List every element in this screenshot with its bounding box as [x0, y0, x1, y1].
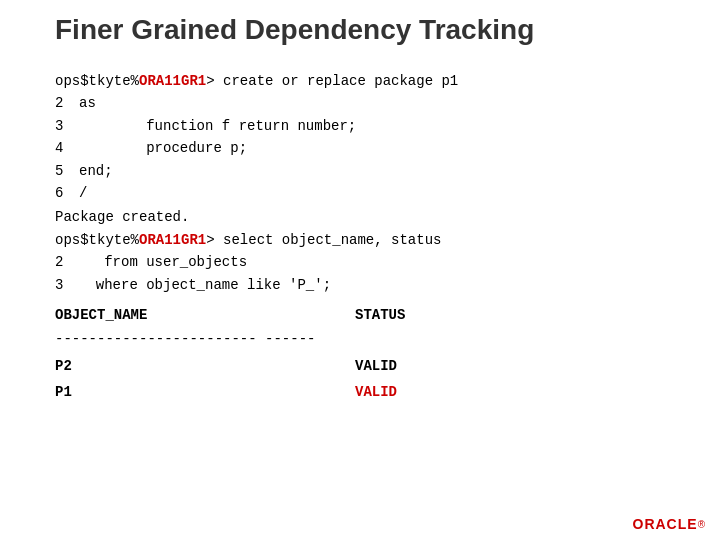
line-num-b3: 3	[55, 274, 75, 296]
prompt-prefix-2: ops$tkyte%	[55, 229, 139, 251]
row-p2-status: VALID	[355, 355, 505, 377]
page-title: Finer Grained Dependency Tracking	[55, 14, 534, 46]
code-content-5: end;	[79, 160, 113, 182]
code-line-2: 2 as	[55, 92, 700, 114]
code-line-b3: 3 where object_name like 'P_';	[55, 274, 700, 296]
package-created-msg: Package created.	[55, 206, 700, 228]
col-header-name: OBJECT_NAME	[55, 304, 355, 326]
line-num-5: 5	[55, 160, 75, 182]
table-row-p2: P2 VALID	[55, 355, 700, 377]
line-num-3: 3	[55, 115, 75, 137]
prompt-line-2: ops$tkyte%ORA11GR1> select object_name, …	[55, 229, 700, 251]
code-content-4: procedure p;	[79, 137, 247, 159]
column-headers: OBJECT_NAME STATUS	[55, 304, 700, 326]
content-area: ops$tkyte%ORA11GR1> create or replace pa…	[55, 70, 700, 500]
divider-line: ------------------------ ------	[55, 328, 700, 350]
ora-highlight-1: ORA11GR1	[139, 70, 206, 92]
title-area: Finer Grained Dependency Tracking	[0, 0, 720, 60]
line-num-6: 6	[55, 182, 75, 204]
table-row-p1: P1 VALID	[55, 381, 700, 403]
prompt-prefix-1: ops$tkyte%	[55, 70, 139, 92]
oracle-text: ORACLE	[633, 516, 698, 532]
code-content-3: function f return number;	[79, 115, 356, 137]
ora-highlight-2: ORA11GR1	[139, 229, 206, 251]
col-header-status: STATUS	[355, 304, 505, 326]
code-line-b2: 2 from user_objects	[55, 251, 700, 273]
code-line-3: 3 function f return number;	[55, 115, 700, 137]
row-p1-status: VALID	[355, 381, 505, 403]
code-line-4: 4 procedure p;	[55, 137, 700, 159]
line-num-2: 2	[55, 92, 75, 114]
prompt-suffix-2: > select object_name, status	[206, 229, 441, 251]
oracle-logo: ORACLE®	[633, 516, 706, 532]
code-content-b2: from user_objects	[79, 251, 247, 273]
code-content-6: /	[79, 182, 87, 204]
prompt-suffix-1: > create or replace package p1	[206, 70, 458, 92]
prompt-line-1: ops$tkyte%ORA11GR1> create or replace pa…	[55, 70, 700, 92]
row-p2-name: P2	[55, 355, 355, 377]
line-num-4: 4	[55, 137, 75, 159]
line-num-b2: 2	[55, 251, 75, 273]
code-content-2: as	[79, 92, 96, 114]
code-line-6: 6 /	[55, 182, 700, 204]
code-content-b3: where object_name like 'P_';	[79, 274, 331, 296]
code-line-5: 5 end;	[55, 160, 700, 182]
row-p1-name: P1	[55, 381, 355, 403]
oracle-registered-symbol: ®	[698, 519, 705, 530]
